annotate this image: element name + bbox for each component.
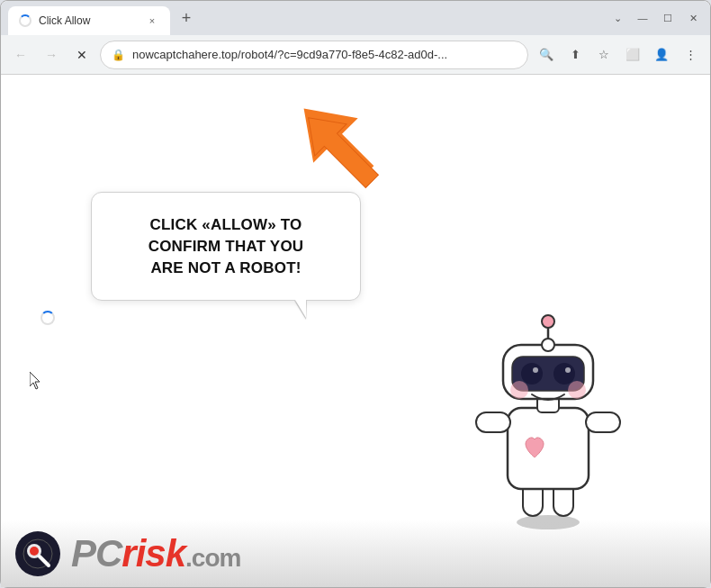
share-button[interactable]: ⬆ bbox=[562, 42, 588, 68]
lock-icon: 🔒 bbox=[112, 49, 125, 61]
minimize-button[interactable]: — bbox=[633, 8, 652, 28]
back-button[interactable]: ← bbox=[8, 42, 33, 68]
bubble-text: CLICK «ALLOW» TO CONFIRM THAT YOU ARE NO… bbox=[117, 214, 335, 278]
page-content: CLICK «ALLOW» TO CONFIRM THAT YOU ARE NO… bbox=[1, 75, 710, 587]
tab-bar: Click Allow × + bbox=[8, 1, 604, 35]
url-text: nowcaptchahere.top/robot4/?c=9cd9a770-f8… bbox=[132, 48, 517, 61]
watermark: PC risk .com bbox=[1, 520, 710, 587]
menu-button[interactable]: ⋮ bbox=[678, 42, 703, 68]
reload-button[interactable]: ✕ bbox=[69, 42, 94, 68]
window-controls: ⌄ — ☐ ✕ bbox=[608, 8, 703, 28]
split-view-button[interactable]: ⬜ bbox=[620, 42, 645, 68]
svg-point-11 bbox=[542, 339, 554, 351]
tab-close-button[interactable]: × bbox=[145, 14, 159, 28]
profile-button[interactable]: 👤 bbox=[649, 42, 674, 68]
svg-point-23 bbox=[30, 547, 39, 556]
close-button[interactable]: ✕ bbox=[683, 8, 703, 28]
robot-character bbox=[458, 313, 638, 533]
search-button[interactable]: 🔍 bbox=[534, 42, 559, 68]
loading-indicator bbox=[40, 311, 55, 325]
pc-text: PC bbox=[71, 532, 122, 575]
svg-rect-6 bbox=[508, 408, 589, 489]
small-spinner-icon bbox=[40, 311, 55, 325]
svg-point-18 bbox=[565, 367, 571, 373]
svg-point-16 bbox=[554, 363, 575, 384]
bookmark-button[interactable]: ☆ bbox=[591, 42, 616, 68]
address-bar[interactable]: 🔒 nowcaptchahere.top/robot4/?c=9cd9a770-… bbox=[100, 41, 528, 69]
speech-bubble: CLICK «ALLOW» TO CONFIRM THAT YOU ARE NO… bbox=[91, 192, 361, 301]
toolbar: ← → ✕ 🔒 nowcaptchahere.top/robot4/?c=9cd… bbox=[1, 35, 710, 75]
svg-marker-1 bbox=[298, 102, 383, 197]
orange-arrow-graphic bbox=[298, 100, 383, 203]
domain-text: .com bbox=[185, 544, 240, 573]
tab-loading-spinner bbox=[19, 14, 32, 27]
svg-marker-2 bbox=[30, 372, 40, 389]
pcrisk-brand: PC risk .com bbox=[71, 532, 240, 575]
title-bar: Click Allow × + ⌄ — ☐ ✕ bbox=[1, 1, 710, 35]
mouse-cursor bbox=[30, 372, 44, 390]
forward-button[interactable]: → bbox=[39, 42, 64, 68]
svg-point-17 bbox=[533, 367, 538, 373]
robot-svg bbox=[458, 313, 638, 529]
maximize-button[interactable]: ☐ bbox=[658, 8, 678, 28]
svg-point-20 bbox=[568, 381, 586, 399]
new-tab-button[interactable]: + bbox=[174, 5, 199, 31]
pcrisk-logo-icon bbox=[15, 531, 60, 576]
chevron-button[interactable]: ⌄ bbox=[608, 8, 627, 28]
active-tab[interactable]: Click Allow × bbox=[8, 6, 170, 35]
svg-rect-8 bbox=[586, 412, 620, 432]
browser-window: Click Allow × + ⌄ — ☐ ✕ ← → ✕ 🔒 nowcaptc… bbox=[0, 0, 711, 588]
svg-rect-7 bbox=[476, 412, 510, 432]
svg-point-19 bbox=[510, 381, 528, 399]
svg-point-13 bbox=[542, 315, 554, 328]
risk-text: risk bbox=[122, 532, 185, 575]
toolbar-actions: 🔍 ⬆ ☆ ⬜ 👤 ⋮ bbox=[534, 42, 703, 68]
svg-point-15 bbox=[521, 363, 543, 384]
tab-title: Click Allow bbox=[39, 14, 138, 27]
